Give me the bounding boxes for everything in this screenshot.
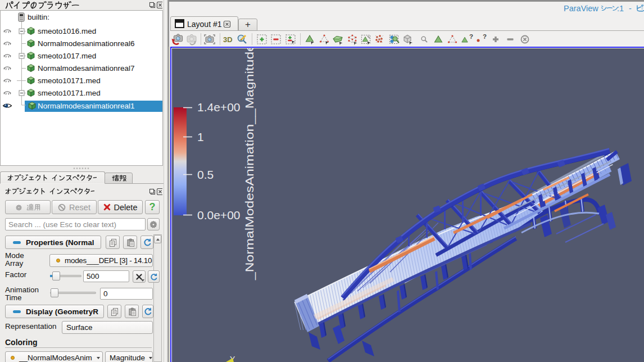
svg-text:1.4e+00: 1.4e+00 [197,101,241,114]
svg-text:smeoto10171.med: smeoto10171.med [38,89,101,97]
svg-text:builtin:: builtin: [28,13,49,21]
svg-text:0.0e+00: 0.0e+00 [197,209,241,221]
svg-text:smeoto10171.med: smeoto10171.med [38,76,101,85]
svg-text:smeoto1017.med: smeoto1017.med [38,52,96,60]
svg-text:1: 1 [197,130,204,143]
svg-text:Normalmodesanimationreal6: Normalmodesanimationreal6 [38,39,135,48]
svg-text:0.5: 0.5 [197,168,214,181]
svg-text:Normalmodesanimationreal1: Normalmodesanimationreal1 [38,102,135,110]
svg-text:3D: 3D [223,35,233,44]
svg-text:Normalmodesanimationreal7: Normalmodesanimationreal7 [38,64,135,73]
svg-text:_NormalModesAnimation__Magnitu: _NormalModesAnimation__Magnitude [243,48,256,280]
svg-text:smeoto1016.med: smeoto1016.med [38,27,96,35]
